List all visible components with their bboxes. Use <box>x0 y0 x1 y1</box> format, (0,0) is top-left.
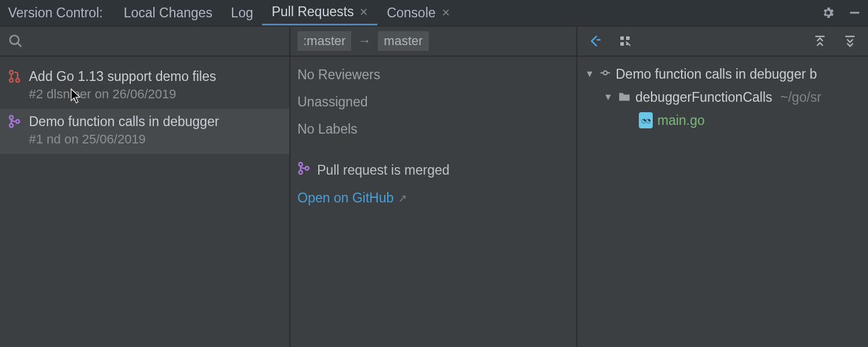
tab-pull-requests[interactable]: Pull Requests ✕ <box>262 0 377 25</box>
pr-meta: #2 dlsniper on 26/06/2019 <box>29 86 281 103</box>
svg-point-9 <box>299 163 302 166</box>
reviewers-field[interactable]: No Reviewers <box>297 67 569 83</box>
open-on-github-link[interactable]: Open on GitHub ↗ <box>297 190 569 206</box>
pr-merged-icon <box>297 161 310 179</box>
tab-label: Pull Requests <box>271 4 354 20</box>
assignees-field[interactable]: Unassigned <box>297 94 569 110</box>
minimize-icon[interactable] <box>841 0 868 25</box>
svg-point-10 <box>299 171 302 174</box>
svg-point-1 <box>10 35 19 44</box>
pr-search-row[interactable] <box>0 27 289 57</box>
tree-node-label: main.go <box>657 113 705 128</box>
link-label: Open on GitHub <box>297 190 393 206</box>
svg-rect-14 <box>620 42 624 46</box>
close-icon[interactable]: ✕ <box>442 6 450 19</box>
expand-all-icon[interactable] <box>810 31 830 51</box>
external-link-icon: ↗ <box>398 192 407 205</box>
pr-status-text: Pull request is merged <box>317 163 450 178</box>
pr-detail-body: No Reviewers Unassigned No Labels Pull r… <box>290 57 576 216</box>
svg-point-11 <box>305 167 308 170</box>
search-icon <box>8 34 23 49</box>
group-icon[interactable] <box>616 31 635 51</box>
pr-item[interactable]: Demo function calls in debugger #1 nd on… <box>0 109 289 154</box>
branches-row: :master → master <box>290 27 576 57</box>
collapse-all-icon[interactable] <box>840 31 860 51</box>
panels: Add Go 1.13 support demo files #2 dlsnip… <box>0 27 868 347</box>
gear-icon[interactable] <box>815 0 841 25</box>
svg-point-4 <box>9 79 13 82</box>
pr-title: Demo function calls in debugger <box>29 112 281 131</box>
from-branch-chip[interactable]: :master <box>297 31 351 51</box>
pr-list: Add Go 1.13 support demo files #2 dlsnip… <box>0 57 289 161</box>
svg-point-3 <box>9 71 13 74</box>
pr-status: Pull request is merged <box>297 161 569 179</box>
svg-rect-12 <box>620 36 624 40</box>
search-input[interactable] <box>28 34 281 49</box>
changes-toolbar <box>578 27 868 57</box>
labels-field[interactable]: No Labels <box>297 121 569 137</box>
tab-label: Console <box>387 5 435 21</box>
changes-tree: ▼ Demo function calls in debugger b ▼ de… <box>578 57 868 138</box>
focus-icon[interactable] <box>586 31 605 51</box>
arrow-right-icon: → <box>358 34 371 49</box>
svg-rect-13 <box>626 36 630 40</box>
pr-title: Add Go 1.13 support demo files <box>29 67 281 86</box>
svg-point-7 <box>9 124 13 127</box>
folder-icon <box>618 90 631 105</box>
pr-meta: #1 nd on 25/06/2019 <box>29 131 281 148</box>
chevron-down-icon[interactable]: ▼ <box>603 92 613 102</box>
tab-label: Log <box>231 5 253 21</box>
go-file-icon <box>639 112 653 128</box>
tree-node-path: ~/go/sr <box>781 90 822 105</box>
tree-commit-node[interactable]: ▼ Demo function calls in debugger b <box>581 62 865 86</box>
close-icon[interactable]: ✕ <box>359 6 368 19</box>
toolwindow-label: Version Control: <box>8 0 115 25</box>
pr-merged-icon <box>8 112 23 148</box>
tree-folder-node[interactable]: ▼ debuggerFunctionCalls ~/go/sr <box>581 86 865 109</box>
tab-console[interactable]: Console ✕ <box>377 0 459 25</box>
svg-point-8 <box>16 120 19 123</box>
svg-point-18 <box>604 71 608 75</box>
version-control-tabbar: Version Control: Local Changes Log Pull … <box>0 0 868 27</box>
pr-list-panel: Add Go 1.13 support demo files #2 dlsnip… <box>0 27 290 347</box>
pr-open-icon <box>8 67 23 103</box>
tree-file-node[interactable]: main.go <box>581 109 865 132</box>
svg-line-2 <box>17 43 21 47</box>
pr-item[interactable]: Add Go 1.13 support demo files #2 dlsnip… <box>0 64 289 109</box>
commit-icon <box>599 67 611 82</box>
svg-point-6 <box>9 116 13 119</box>
tab-log[interactable]: Log <box>222 0 262 25</box>
tab-local-changes[interactable]: Local Changes <box>115 0 222 25</box>
chevron-down-icon[interactable]: ▼ <box>584 69 595 79</box>
tree-node-label: Demo function calls in debugger b <box>616 67 817 82</box>
svg-point-5 <box>16 79 19 82</box>
tree-node-label: debuggerFunctionCalls <box>635 90 773 105</box>
changes-tree-panel: ▼ Demo function calls in debugger b ▼ de… <box>578 27 868 347</box>
to-branch-chip[interactable]: master <box>378 31 428 51</box>
pr-detail-panel: :master → master No Reviewers Unassigned… <box>290 27 578 347</box>
tab-label: Local Changes <box>124 5 212 21</box>
